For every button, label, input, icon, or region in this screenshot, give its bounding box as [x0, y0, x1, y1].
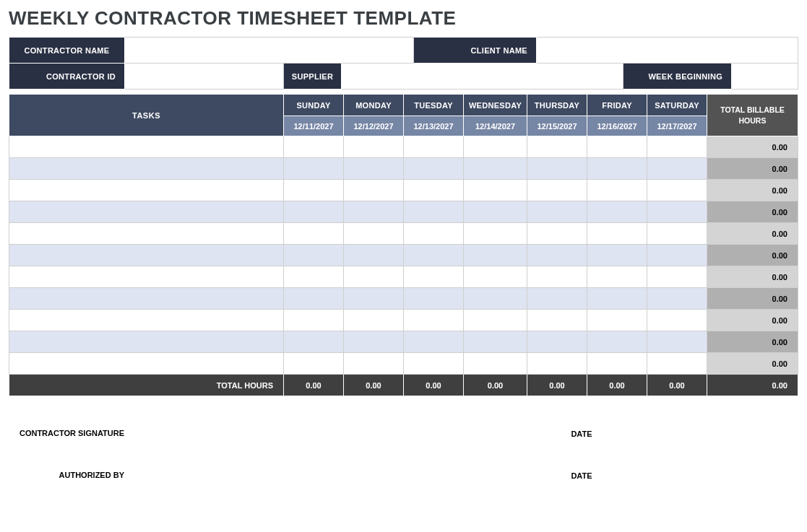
hours-cell[interactable]: [344, 180, 404, 201]
hours-cell[interactable]: [464, 180, 527, 201]
timesheet-table: TASKS SUNDAY MONDAY TUESDAY WEDNESDAY TH…: [9, 94, 798, 396]
hours-cell[interactable]: [647, 310, 707, 331]
task-cell[interactable]: [9, 136, 284, 158]
hours-cell[interactable]: [527, 245, 587, 266]
hours-cell[interactable]: [344, 331, 404, 353]
hours-cell[interactable]: [404, 201, 464, 223]
task-cell[interactable]: [9, 180, 284, 201]
hours-cell[interactable]: [587, 180, 647, 201]
hours-cell[interactable]: [284, 201, 344, 223]
hours-cell[interactable]: [527, 180, 587, 201]
task-cell[interactable]: [9, 288, 284, 310]
hours-cell[interactable]: [464, 266, 527, 288]
hours-cell[interactable]: [344, 136, 404, 158]
hours-cell[interactable]: [527, 136, 587, 158]
hours-cell[interactable]: [404, 158, 464, 180]
hours-cell[interactable]: [587, 136, 647, 158]
hours-cell[interactable]: [284, 266, 344, 288]
hours-cell[interactable]: [647, 136, 707, 158]
hours-cell[interactable]: [284, 180, 344, 201]
hours-cell[interactable]: [464, 288, 527, 310]
week-beginning-input[interactable]: [732, 64, 798, 90]
task-cell[interactable]: [9, 266, 284, 288]
hours-cell[interactable]: [527, 223, 587, 245]
hours-cell[interactable]: [587, 223, 647, 245]
hours-cell[interactable]: [284, 288, 344, 310]
task-cell[interactable]: [9, 201, 284, 223]
hours-cell[interactable]: [404, 331, 464, 353]
hours-cell[interactable]: [587, 288, 647, 310]
hours-cell[interactable]: [344, 353, 404, 375]
hours-cell[interactable]: [647, 158, 707, 180]
hours-cell[interactable]: [464, 310, 527, 331]
hours-cell[interactable]: [527, 158, 587, 180]
task-cell[interactable]: [9, 310, 284, 331]
task-cell[interactable]: [9, 223, 284, 245]
hours-cell[interactable]: [464, 353, 527, 375]
hours-cell[interactable]: [647, 223, 707, 245]
date-line-2[interactable]: [610, 451, 798, 480]
hours-cell[interactable]: [464, 331, 527, 353]
hours-cell[interactable]: [587, 266, 647, 288]
hours-cell[interactable]: [647, 180, 707, 201]
hours-cell[interactable]: [464, 158, 527, 180]
hours-cell[interactable]: [404, 136, 464, 158]
hours-cell[interactable]: [284, 331, 344, 353]
hours-cell[interactable]: [587, 201, 647, 223]
supplier-input[interactable]: [342, 64, 623, 90]
hours-cell[interactable]: [284, 245, 344, 266]
contractor-name-input[interactable]: [125, 38, 414, 64]
hours-cell[interactable]: [647, 353, 707, 375]
date-line-1[interactable]: [610, 409, 798, 438]
header-day-5: FRIDAY: [587, 95, 647, 116]
task-cell[interactable]: [9, 353, 284, 375]
hours-cell[interactable]: [647, 201, 707, 223]
hours-cell[interactable]: [527, 353, 587, 375]
authorized-by-line[interactable]: [131, 451, 524, 480]
hours-cell[interactable]: [344, 201, 404, 223]
hours-cell[interactable]: [587, 310, 647, 331]
hours-cell[interactable]: [587, 245, 647, 266]
hours-cell[interactable]: [527, 266, 587, 288]
hours-cell[interactable]: [344, 288, 404, 310]
hours-cell[interactable]: [404, 288, 464, 310]
hours-cell[interactable]: [527, 201, 587, 223]
hours-cell[interactable]: [404, 180, 464, 201]
contractor-signature-line[interactable]: [131, 409, 524, 438]
hours-cell[interactable]: [344, 310, 404, 331]
hours-cell[interactable]: [464, 223, 527, 245]
hours-cell[interactable]: [587, 353, 647, 375]
contractor-id-input[interactable]: [125, 64, 284, 90]
hours-cell[interactable]: [284, 158, 344, 180]
hours-cell[interactable]: [404, 310, 464, 331]
hours-cell[interactable]: [587, 331, 647, 353]
hours-cell[interactable]: [404, 245, 464, 266]
hours-cell[interactable]: [647, 266, 707, 288]
hours-cell[interactable]: [344, 245, 404, 266]
hours-cell[interactable]: [284, 136, 344, 158]
hours-cell[interactable]: [404, 266, 464, 288]
client-name-input[interactable]: [537, 38, 798, 64]
hours-cell[interactable]: [404, 353, 464, 375]
hours-cell[interactable]: [284, 223, 344, 245]
hours-cell[interactable]: [647, 288, 707, 310]
hours-cell[interactable]: [527, 310, 587, 331]
hours-cell[interactable]: [404, 223, 464, 245]
hours-cell[interactable]: [464, 136, 527, 158]
hours-cell[interactable]: [284, 353, 344, 375]
hours-cell[interactable]: [587, 158, 647, 180]
hours-cell[interactable]: [464, 245, 527, 266]
task-cell[interactable]: [9, 331, 284, 353]
task-cell[interactable]: [9, 158, 284, 180]
hours-cell[interactable]: [344, 158, 404, 180]
hours-cell[interactable]: [284, 310, 344, 331]
contractor-id-label: CONTRACTOR ID: [9, 64, 125, 90]
hours-cell[interactable]: [527, 331, 587, 353]
hours-cell[interactable]: [464, 201, 527, 223]
hours-cell[interactable]: [527, 288, 587, 310]
hours-cell[interactable]: [344, 266, 404, 288]
task-cell[interactable]: [9, 245, 284, 266]
hours-cell[interactable]: [647, 331, 707, 353]
hours-cell[interactable]: [344, 223, 404, 245]
hours-cell[interactable]: [647, 245, 707, 266]
